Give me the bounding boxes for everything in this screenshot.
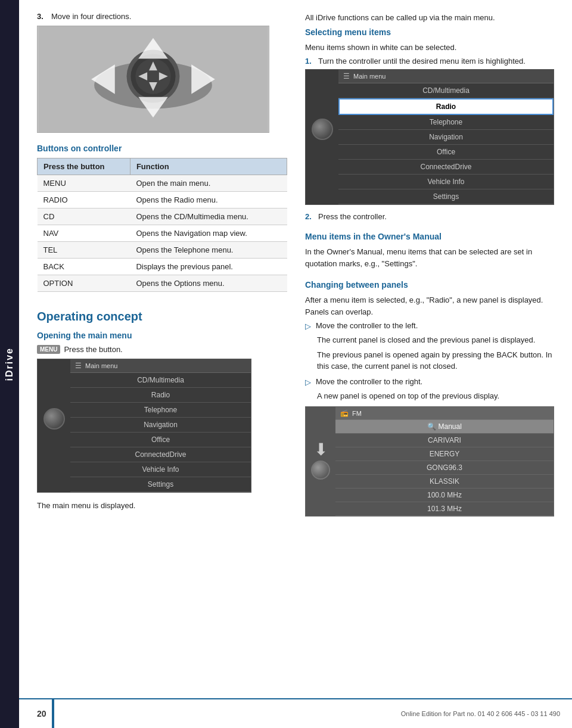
fm-header-icon: 📻 <box>340 409 349 417</box>
fm-menu-item: 101.3 MHz <box>335 502 554 516</box>
table-cell-function: Opens the Options menu. <box>130 275 287 292</box>
buttons-section-heading: Buttons on controller <box>37 144 287 153</box>
screen-menu-item: CD/Multimedia <box>70 373 251 388</box>
table-header-button: Press the button <box>38 158 130 175</box>
fm-header-label: FM <box>352 410 362 417</box>
fm-screen: ⬇ 📻 FM 🔍 ManualCARIVARIENERGYGONG96.3KLA… <box>305 406 554 517</box>
fm-menu-item: ENERGY <box>335 447 554 461</box>
select-step1: 1. Turn the controller until the desired… <box>305 57 554 66</box>
selecting-intro: Menu items shown in white can be selecte… <box>305 42 554 54</box>
right-column: All iDrive functions can be called up vi… <box>305 12 554 527</box>
table-cell-button: MENU <box>38 175 130 192</box>
screen-menu-item: CD/Multimedia <box>338 83 554 98</box>
side-tab: iDrive <box>0 0 19 728</box>
bullet-left-sub2: The previous panel is opened again by pr… <box>317 349 554 372</box>
select-screen-icon: ☰ <box>343 72 350 80</box>
select-step2: 2. Press the controller. <box>305 212 554 221</box>
menu-button-row: MENU Press the button. <box>37 345 287 354</box>
fm-arrow: ⬇ <box>311 441 330 458</box>
owners-manual-section: Menu items in the Owner's Manual In the … <box>305 232 554 269</box>
knob-right <box>312 119 333 140</box>
table-cell-button: BACK <box>38 259 130 275</box>
table-cell-function: Opens the Radio menu. <box>130 192 287 209</box>
screen-menu-item: Vehicle Info <box>338 175 554 189</box>
selecting-menu-heading: Selecting menu items <box>305 27 554 37</box>
footer-edition-text: Online Edition for Part no. 01 40 2 606 … <box>401 710 560 717</box>
table-cell-function: Displays the previous panel. <box>130 259 287 275</box>
side-tab-label: iDrive <box>4 347 15 381</box>
bullet-left-sub1-text: The current panel is closed and the prev… <box>317 335 535 344</box>
right-screen-menu: CD/MultimediaRadioTelephoneNavigationOff… <box>338 83 554 204</box>
screen-menu-item: Telephone <box>70 403 251 418</box>
selecting-menu-items-section: Selecting menu items Menu items shown in… <box>305 27 554 222</box>
screen-menu-item: Vehicle Info <box>70 462 251 477</box>
intro-text: All iDrive functions can be called up vi… <box>305 12 554 24</box>
screen-menu-item: ConnectedDrive <box>338 160 554 175</box>
table-header-function: Function <box>130 158 287 175</box>
bullet-left-sub1: The current panel is closed and the prev… <box>317 334 554 346</box>
screen-header-icon-left: ☰ <box>75 362 82 370</box>
fm-screen-header: 📻 FM <box>335 407 554 420</box>
fm-knob-content: ⬇ <box>311 441 330 482</box>
screen-menu-item: ConnectedDrive <box>70 447 251 462</box>
fm-screen-content: 📻 FM 🔍 ManualCARIVARIENERGYGONG96.3KLASS… <box>335 407 554 516</box>
screen-header-label-left: Main menu <box>85 362 117 369</box>
table-cell-button: TEL <box>38 242 130 259</box>
select-screen-header: ☰ Main menu <box>338 70 554 83</box>
changing-panels-intro: After a menu item is selected, e.g., "Ra… <box>305 294 554 318</box>
step-3: 3. Move in four directions. <box>37 12 287 21</box>
step-3-text: Move in four directions. <box>51 12 131 21</box>
left-column: 3. Move in four directions. <box>37 12 287 527</box>
table-cell-button: RADIO <box>38 192 130 209</box>
step-3-num: 3. <box>37 12 46 21</box>
screen-menu-item: Navigation <box>338 130 554 145</box>
fm-menu-item: 100.0 MHz <box>335 489 554 502</box>
bullet-right-sub1: A new panel is opened on top of the prev… <box>317 390 554 402</box>
select-step1-text: Turn the controller until the desired me… <box>318 57 526 66</box>
fm-menu-item: 🔍 Manual <box>335 420 554 434</box>
screen-menu-item: Settings <box>338 189 554 204</box>
table-cell-function: Opens the CD/Multimedia menu. <box>130 209 287 225</box>
knob-area-left <box>38 359 70 478</box>
fm-knob-area: ⬇ <box>306 407 335 516</box>
knob-area-right <box>306 70 338 189</box>
arrow-left: ▷ <box>305 322 311 331</box>
screen-menu-item: Radio <box>338 98 554 115</box>
menu-badge: MENU <box>37 345 60 354</box>
select-step1-num: 1. <box>305 57 315 66</box>
changing-panels-heading: Changing between panels <box>305 280 554 290</box>
select-step2-num: 2. <box>305 212 315 221</box>
knob-left <box>43 408 65 430</box>
select-menu-screen: ☰ Main menu CD/MultimediaRadioTelephoneN… <box>305 69 554 205</box>
owners-manual-text: In the Owner's Manual, menu items that c… <box>305 246 554 269</box>
screen-menu-item: Navigation <box>70 418 251 433</box>
arrow-right: ▷ <box>305 378 311 387</box>
table-cell-button: CD <box>38 209 130 225</box>
bullet-right: ▷ Move the controller to the right. <box>305 377 554 387</box>
fm-menu-item: CARIVARI <box>335 434 554 447</box>
footer-bar <box>52 699 54 728</box>
menu-press-instruction: Press the button. <box>64 345 122 354</box>
screen-menu-item: Office <box>70 433 251 447</box>
left-screen-menu: CD/MultimediaRadioTelephoneNavigationOff… <box>70 373 251 492</box>
buttons-table: Press the button Function MENUOpen the m… <box>37 158 287 292</box>
changing-panels-section: Changing between panels After a menu ite… <box>305 280 554 517</box>
bullet-right-sub1-text: A new panel is opened on top of the prev… <box>317 391 499 400</box>
bullet-left-sub2-text: The previous panel is opened again by pr… <box>317 350 552 371</box>
owners-manual-heading: Menu items in the Owner's Manual <box>305 232 554 241</box>
fm-knob-circle <box>311 461 330 480</box>
select-step2-text: Press the controller. <box>318 212 387 221</box>
table-cell-function: Opens the Navigation map view. <box>130 225 287 242</box>
fm-menu-item: KLASSIK <box>335 475 554 489</box>
table-cell-function: Opens the Telephone menu. <box>130 242 287 259</box>
bullet-left: ▷ Move the controller to the left. <box>305 321 554 331</box>
bullet-right-text: Move the controller to the right. <box>316 377 422 386</box>
page-footer: 20 Online Edition for Part no. 01 40 2 6… <box>19 698 572 728</box>
screen-menu-item: Telephone <box>338 115 554 130</box>
main-menu-caption: The main menu is displayed. <box>37 500 287 512</box>
select-screen-content: ☰ Main menu CD/MultimediaRadioTelephoneN… <box>338 70 554 204</box>
screen-menu-item: Office <box>338 145 554 160</box>
screen-content-left: ☰ Main menu CD/MultimediaRadioTelephoneN… <box>70 359 251 492</box>
fm-screen-menu: 🔍 ManualCARIVARIENERGYGONG96.3KLASSIK100… <box>335 420 554 516</box>
screen-header-left: ☰ Main menu <box>70 359 251 373</box>
